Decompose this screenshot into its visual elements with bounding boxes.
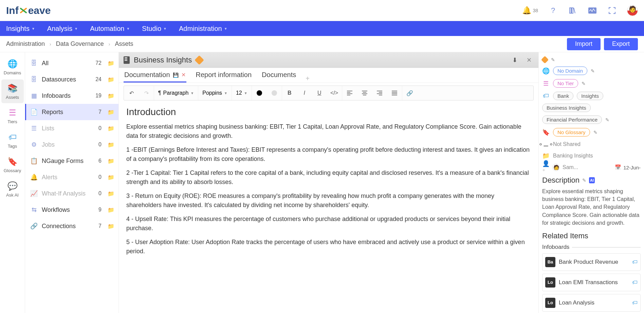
- edit-icon[interactable]: ✎: [591, 68, 595, 74]
- bg-color-button[interactable]: [267, 86, 282, 100]
- creator-name: Sam...: [563, 164, 578, 170]
- edit-icon[interactable]: ✎: [605, 117, 609, 123]
- bold-button[interactable]: B: [282, 86, 297, 100]
- library-icon[interactable]: [568, 6, 577, 15]
- domain-pill[interactable]: No Domain: [553, 67, 587, 75]
- rail-tags[interactable]: 🏷Tags: [1, 128, 24, 152]
- code-button[interactable]: </>: [327, 86, 342, 100]
- doc-paragraph: 1 -EBIT (Earnings Before Interest and Ta…: [126, 145, 531, 164]
- asset-datasources[interactable]: 🗄Datasources24📁: [25, 71, 118, 88]
- asset-connections[interactable]: 🔗Connections7📁: [25, 218, 118, 234]
- download-icon[interactable]: ⬇: [510, 55, 519, 65]
- rail-domains[interactable]: 🌐Domains: [1, 55, 24, 79]
- crumb-assets[interactable]: Assets: [115, 40, 133, 48]
- notif-count: 38: [533, 8, 538, 13]
- nav-studio[interactable]: Studio▼: [142, 25, 167, 33]
- tab-report-information[interactable]: Report information: [195, 68, 253, 82]
- description-text: Explore essential metrics shaping busine…: [542, 187, 641, 227]
- chat-icon: 💬: [7, 181, 18, 191]
- add-tab-button[interactable]: +: [306, 75, 310, 82]
- nav-insights[interactable]: Insights▼: [6, 25, 35, 33]
- crumb-data-governance[interactable]: Data Governance: [56, 40, 104, 48]
- close-icon[interactable]: ✕: [181, 72, 186, 78]
- close-icon[interactable]: ✕: [524, 55, 534, 65]
- item-badge: Ba: [545, 257, 555, 267]
- font-select[interactable]: Poppins▼: [198, 86, 232, 100]
- tab-documents[interactable]: Documents: [261, 68, 297, 82]
- asset-alerts[interactable]: 🔔Alerts0📁: [25, 169, 118, 185]
- nav-automation[interactable]: Automation▼: [90, 25, 130, 33]
- tag-icon: 🏷: [542, 92, 550, 100]
- notifications[interactable]: 🔔 38: [522, 6, 538, 15]
- related-item[interactable]: LoLoan EMI Transactions🏷: [542, 274, 641, 291]
- undo-button[interactable]: ↶: [124, 86, 139, 100]
- chevron-down-icon: ▼: [126, 27, 130, 31]
- import-button[interactable]: Import: [567, 38, 601, 50]
- content-area: Business Insights ⬇ ✕ Documentation💾✕Rep…: [119, 52, 539, 313]
- rail-assets[interactable]: 📚Assets: [1, 79, 24, 103]
- edit-icon[interactable]: ✎: [582, 178, 586, 183]
- asset-jobs[interactable]: ⚙Jobs0📁: [25, 136, 118, 153]
- tag-pill[interactable]: Bank: [553, 92, 573, 100]
- editor-body[interactable]: Introduction Explore essential metrics s…: [119, 100, 538, 313]
- tag-icon: 🏷: [632, 279, 638, 286]
- link-button[interactable]: 🔗: [402, 86, 417, 100]
- edit-icon[interactable]: ✎: [551, 57, 555, 62]
- monitor-icon[interactable]: [588, 6, 597, 15]
- redo-button[interactable]: ↷: [139, 86, 154, 100]
- folder-icon: 📁: [108, 142, 114, 148]
- content-titlebar: Business Insights ⬇ ✕: [119, 52, 538, 68]
- related-subheading: Infoboards: [542, 244, 641, 251]
- rail-tiers[interactable]: ☰Tiers: [1, 104, 24, 128]
- folder-icon: 📁: [108, 109, 114, 115]
- asset-reports[interactable]: 📄Reports7📁: [25, 104, 118, 120]
- user-avatar[interactable]: 🧑: [627, 5, 638, 16]
- align-justify-button[interactable]: [387, 86, 402, 100]
- creator-avatar: 🧑: [552, 164, 560, 171]
- fullscreen-icon[interactable]: [607, 6, 617, 15]
- edit-icon[interactable]: ✎: [593, 130, 597, 135]
- main-area: 🌐Domains📚Assets☰Tiers🏷Tags🔖Glossary💬Ask …: [0, 52, 644, 313]
- rail-glossary[interactable]: 🔖Glossary: [1, 153, 24, 177]
- help-icon[interactable]: ?: [548, 6, 558, 15]
- italic-button[interactable]: I: [297, 86, 312, 100]
- asset-all[interactable]: 🗄All72📁: [25, 55, 118, 71]
- crumb-administration[interactable]: Administration: [6, 40, 45, 48]
- rail-ask-ai[interactable]: 💬Ask AI: [1, 177, 24, 201]
- ai-badge-icon[interactable]: AI: [589, 177, 595, 183]
- nav-administration[interactable]: Administration▼: [179, 25, 227, 33]
- edit-icon[interactable]: ✎: [582, 81, 586, 86]
- export-button[interactable]: Export: [604, 38, 638, 50]
- tag-pill[interactable]: Financial Performance: [542, 115, 602, 124]
- tag-pill[interactable]: Insights: [577, 92, 603, 100]
- tag-pill[interactable]: Business Insights: [542, 104, 591, 112]
- user-add-icon: 👤⁺: [542, 164, 550, 171]
- asset-lists[interactable]: ☰Lists0📁: [25, 120, 118, 136]
- share-icon: ⚬⚊⚬: [542, 141, 550, 148]
- tab-documentation[interactable]: Documentation💾✕: [124, 68, 186, 82]
- align-center-button[interactable]: [357, 86, 372, 100]
- glossary-pill[interactable]: No Glossary: [553, 128, 590, 136]
- tier-pill[interactable]: No Tier: [553, 79, 578, 88]
- bookmark-icon: 🔖: [542, 129, 550, 136]
- related-item[interactable]: LoLoan Analysis🏷: [542, 294, 641, 312]
- folder-icon: 📁: [542, 152, 550, 160]
- text-color-button[interactable]: [252, 86, 267, 100]
- chart-icon: 📈: [30, 190, 38, 197]
- asset-workflows[interactable]: ⇆Workflows9📁: [25, 202, 118, 218]
- breadcrumb: Administration › Data Governance › Asset…: [6, 40, 133, 48]
- nav-analysis[interactable]: Analysis▼: [47, 25, 78, 33]
- logo[interactable]: Inf eave: [6, 5, 51, 16]
- bell-icon: 🔔: [30, 173, 38, 181]
- align-right-button[interactable]: [372, 86, 387, 100]
- asset-infoboards[interactable]: ▦Infoboards19📁: [25, 88, 118, 104]
- related-item[interactable]: BaBank Product Revenue🏷: [542, 253, 641, 271]
- folder-icon: 📁: [108, 60, 114, 67]
- underline-button[interactable]: U: [312, 86, 327, 100]
- asset-ngauge-forms[interactable]: 📋NGauge Forms6📁: [25, 153, 118, 169]
- size-select[interactable]: 12▼: [232, 86, 252, 100]
- asset-what-if-analysis[interactable]: 📈What-If Analysis0📁: [25, 185, 118, 202]
- db-icon: 🗄: [30, 76, 38, 83]
- align-left-button[interactable]: [342, 86, 357, 100]
- paragraph-select[interactable]: ¶ Paragraph▼: [154, 86, 198, 100]
